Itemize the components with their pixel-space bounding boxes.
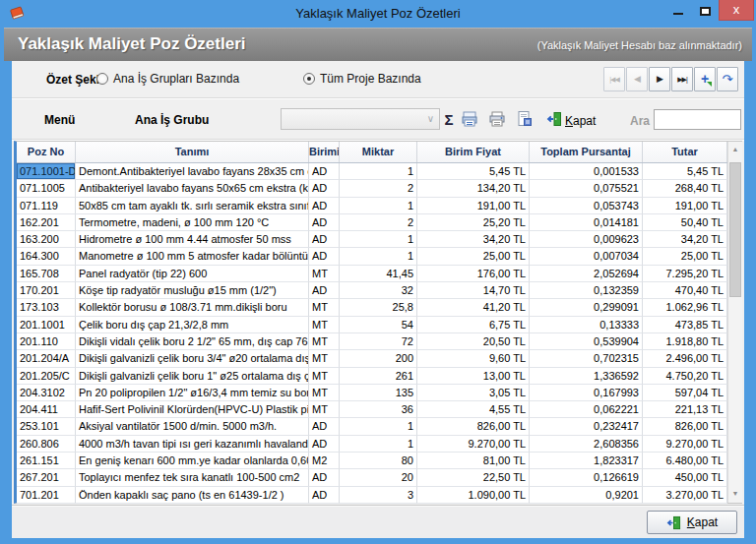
grid-cell[interactable]: 2 [340, 214, 417, 231]
first-record-button[interactable]: |◀◀ [603, 67, 625, 91]
grid-cell[interactable]: MT [309, 385, 340, 401]
report-preview-button[interactable] [516, 110, 534, 128]
table-row[interactable]: 201.110Dikişli vidalı çelik boru 2 1/2" … [17, 333, 742, 350]
grid-cell[interactable]: 201.1001 [17, 317, 76, 333]
grid-cell[interactable]: 253.101 [17, 418, 76, 435]
column-header[interactable]: Tutar [643, 142, 727, 162]
grid-cell[interactable]: Dikişli galvanizli çelik boru 3/4" ø20 o… [76, 350, 309, 367]
grid-cell[interactable]: 1 [340, 436, 417, 453]
grid-cell[interactable]: 204.411 [17, 401, 76, 418]
grid-cell[interactable]: Hafif-Sert Polivinil Klorürden(HPVC-U) P… [76, 401, 309, 418]
grid-cell[interactable]: Termometre, madeni, ø 100 mm 120 °C [76, 214, 309, 231]
grid-cell[interactable]: 1.090,00 TL [417, 487, 530, 504]
grid-cell[interactable]: 0,007034 [530, 248, 643, 265]
menu-button[interactable]: Menü [44, 113, 75, 127]
grid-cell[interactable]: 3 [340, 487, 417, 504]
grid-cell[interactable]: 267.201 [17, 469, 76, 486]
scroll-up-icon[interactable]: ▲ [728, 142, 742, 158]
grid-cell[interactable]: Antibakteriyel lavabo fayans 50x65 cm ek… [76, 180, 309, 197]
add-record-button[interactable]: + [694, 67, 716, 91]
table-row[interactable]: 201.205/CDikişli galvanizli çelik boru 1… [17, 368, 742, 385]
grid-cell[interactable]: 0,053743 [530, 198, 643, 214]
grid-cell[interactable]: MT [309, 299, 340, 316]
grid-cell[interactable]: Kollektör borusu ø 108/3.71 mm.dikişli b… [76, 299, 309, 316]
grid-cell[interactable]: 25,8 [340, 299, 417, 316]
grid-cell[interactable]: Aksiyal vantilatör 1500 d/min. 5000 m3/h… [76, 418, 309, 435]
grid-cell[interactable]: 6.480,00 TL [643, 453, 727, 469]
grid-cell[interactable]: MT [309, 266, 340, 282]
main-work-group-select[interactable]: ∨ [281, 108, 440, 130]
table-row[interactable]: 201.1001Çelik boru dış çap 21,3/2,8 mmMT… [17, 317, 742, 333]
grid-cell[interactable]: AD [309, 487, 340, 504]
grid-cell[interactable]: 071.119 [17, 198, 76, 214]
column-header[interactable]: Birimi [309, 142, 340, 162]
grid-cell[interactable]: 1 [340, 248, 417, 265]
grid-cell[interactable]: 3,05 TL [417, 385, 530, 401]
sum-button[interactable]: Σ [441, 111, 457, 129]
scroll-down-icon[interactable]: ▼ [728, 486, 742, 503]
grid-cell[interactable]: 134,20 TL [417, 180, 530, 197]
grid-cell[interactable]: AD [309, 231, 340, 248]
grid-cell[interactable]: 0,001533 [530, 163, 643, 180]
grid-cell[interactable]: 071.1005 [17, 180, 76, 197]
grid-cell[interactable]: 204.3102 [17, 385, 76, 401]
grid-cell[interactable]: 34,20 TL [643, 231, 727, 248]
grid-cell[interactable]: Demont.Antibakteriyel lavabo fayans 28x3… [76, 163, 309, 180]
grid-cell[interactable]: 597,04 TL [643, 385, 727, 401]
previous-record-button[interactable]: ◀ [626, 67, 648, 91]
grid-cell[interactable]: 2,052694 [530, 266, 643, 282]
radio-whole-project[interactable]: Tüm Proje Bazında [303, 72, 421, 86]
grid-cell[interactable]: MT [309, 317, 340, 333]
grid-cell[interactable]: 1.062,96 TL [643, 299, 727, 316]
table-row[interactable]: 071.1001-DDemont.Antibakteriyel lavabo f… [17, 163, 742, 180]
grid-cell[interactable]: 1 [340, 418, 417, 435]
grid-cell[interactable]: 4.750,20 TL [643, 368, 727, 385]
grid-cell[interactable]: 9,60 TL [417, 350, 530, 367]
grid-cell[interactable]: 0,075521 [530, 180, 643, 197]
grid-cell[interactable]: 0,167993 [530, 385, 643, 401]
grid-cell[interactable]: AD [309, 418, 340, 435]
grid-cell[interactable]: 20 [340, 469, 417, 486]
grid-cell[interactable]: 0,232417 [530, 418, 643, 435]
grid-cell[interactable]: 1.918,80 TL [643, 333, 727, 350]
maximize-button[interactable] [692, 0, 718, 21]
grid-cell[interactable]: 5,45 TL [643, 163, 727, 180]
grid-cell[interactable]: 071.1001-D [17, 163, 76, 180]
grid-cell[interactable]: 32 [340, 282, 417, 299]
table-row[interactable]: 170.201Köşe tip radyatör musluğu ø15 mm … [17, 282, 742, 299]
grid-cell[interactable]: Manometre ø 100 mm 5 atmosfer kadar bölü… [76, 248, 309, 265]
grid-cell[interactable]: 25,00 TL [643, 248, 727, 265]
grid-cell[interactable]: 34,20 TL [417, 231, 530, 248]
table-row[interactable]: 267.201Toplayıcı menfez tek sıra kanatlı… [17, 469, 742, 486]
grid-cell[interactable]: 25,00 TL [417, 248, 530, 265]
grid-cell[interactable]: 50x85 cm tam ayaklı tk. sırlı seramik ek… [76, 198, 309, 214]
grid-cell[interactable]: 170.201 [17, 282, 76, 299]
grid-cell[interactable]: 1 [340, 198, 417, 214]
grid-cell[interactable]: 701.201 [17, 487, 76, 504]
grid-cell[interactable]: 7.295,20 TL [643, 266, 727, 282]
grid-cell[interactable]: Toplayıcı menfez tek sıra kanatlı 100-50… [76, 469, 309, 486]
grid-cell[interactable]: 1 [340, 231, 417, 248]
grid-cell[interactable]: 201.110 [17, 333, 76, 350]
grid-cell[interactable]: AD [309, 248, 340, 265]
grid-cell[interactable]: 4000 m3/h tavan tipi ısı geri kazanımlı … [76, 436, 309, 453]
grid-cell[interactable]: Hidrometre ø 100 mm 4.44 atmosfer 50 mss [76, 231, 309, 248]
grid-cell[interactable]: 176,00 TL [417, 266, 530, 282]
grid-cell[interactable]: 163.200 [17, 231, 76, 248]
grid-cell[interactable]: AD [309, 214, 340, 231]
grid-cell[interactable]: 173.103 [17, 299, 76, 316]
table-row[interactable]: 201.204/ADikişli galvanizli çelik boru 3… [17, 350, 742, 367]
grid-cell[interactable]: 826,00 TL [643, 418, 727, 435]
grid-cell[interactable]: 1 [340, 163, 417, 180]
close-view-button[interactable]: Kapat [565, 114, 596, 128]
print-button[interactable] [488, 110, 506, 128]
grid-cell[interactable]: 80 [340, 453, 417, 469]
grid-cell[interactable]: Panel radyatör (tip 22) 600 [76, 266, 309, 282]
column-header[interactable]: Miktar [340, 142, 417, 162]
grid-cell[interactable]: 191,00 TL [417, 198, 530, 214]
grid-cell[interactable]: 9.270,00 TL [643, 436, 727, 453]
grid-cell[interactable]: 0,014181 [530, 214, 643, 231]
grid-cell[interactable]: 81,00 TL [417, 453, 530, 469]
table-row[interactable]: 253.101Aksiyal vantilatör 1500 d/min. 50… [17, 418, 742, 435]
grid-cell[interactable]: 201.204/A [17, 350, 76, 367]
